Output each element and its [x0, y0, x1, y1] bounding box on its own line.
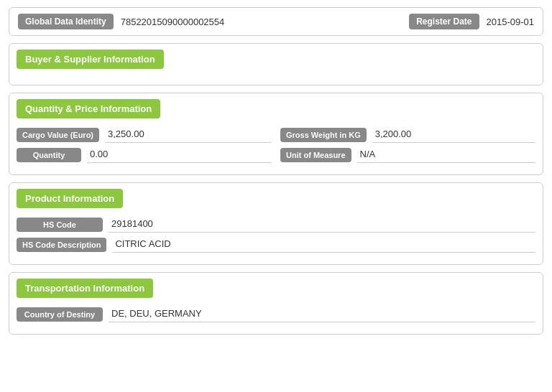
identity-bar: Global Data Identity 7852201509000000255… [9, 7, 543, 36]
unit-measure-value: N/A [357, 147, 535, 163]
register-date-value: 2015-09-01 [487, 17, 535, 27]
country-destiny-value: DE, DEU, GERMANY [109, 307, 535, 322]
hs-desc-label: HS Code Description [17, 238, 106, 252]
quantity-price-body: Cargo Value (Euro) 3,250.00 Gross Weight… [9, 124, 543, 174]
cargo-value: 3,250.00 [105, 127, 272, 143]
buyer-supplier-body [9, 75, 543, 85]
cargo-label: Cargo Value (Euro) [17, 128, 99, 142]
quantity-value: 0.00 [87, 147, 272, 163]
hs-code-value: 29181400 [109, 217, 535, 233]
unit-measure-group: Unit of Measure N/A [280, 147, 535, 163]
gross-weight-value: 3,200.00 [372, 127, 535, 143]
gdi-value: 78522015090000002554 [121, 17, 402, 27]
hs-desc-group: HS Code Description CITRIC ACID [17, 237, 535, 253]
quantity-price-header: Quantity & Price Information [17, 99, 160, 118]
country-destiny-label: Country of Destiny [17, 307, 103, 322]
buyer-supplier-section: Buyer & Supplier Information [9, 43, 543, 85]
country-destiny-group: Country of Destiny DE, DEU, GERMANY [17, 307, 535, 322]
transportation-header: Transportation Information [17, 279, 153, 298]
quantity-unit-row: Quantity 0.00 Unit of Measure N/A [17, 147, 535, 163]
quantity-price-section: Quantity & Price Information Cargo Value… [9, 93, 543, 175]
hs-desc-value: CITRIC ACID [112, 237, 535, 253]
quantity-group: Quantity 0.00 [17, 147, 272, 163]
gdi-label: Global Data Identity [18, 14, 114, 29]
unit-measure-label: Unit of Measure [280, 148, 351, 162]
hs-code-group: HS Code 29181400 [17, 217, 535, 233]
cargo-gross-row: Cargo Value (Euro) 3,250.00 Gross Weight… [17, 127, 535, 143]
gross-weight-label: Gross Weight in KG [280, 128, 367, 142]
page-wrapper: Global Data Identity 7852201509000000255… [0, 0, 552, 349]
cargo-value-group: Cargo Value (Euro) 3,250.00 [17, 127, 272, 143]
product-header: Product Information [17, 189, 123, 208]
hs-code-label: HS Code [17, 218, 103, 232]
product-body: HS Code 29181400 HS Code Description CIT… [9, 214, 543, 264]
product-section: Product Information HS Code 29181400 HS … [9, 182, 543, 265]
gross-weight-group: Gross Weight in KG 3,200.00 [280, 127, 535, 143]
quantity-label: Quantity [17, 148, 81, 162]
transportation-body: Country of Destiny DE, DEU, GERMANY [9, 304, 543, 334]
buyer-supplier-header: Buyer & Supplier Information [17, 50, 164, 69]
transportation-section: Transportation Information Country of De… [9, 272, 543, 335]
register-date-label: Register Date [409, 14, 479, 29]
